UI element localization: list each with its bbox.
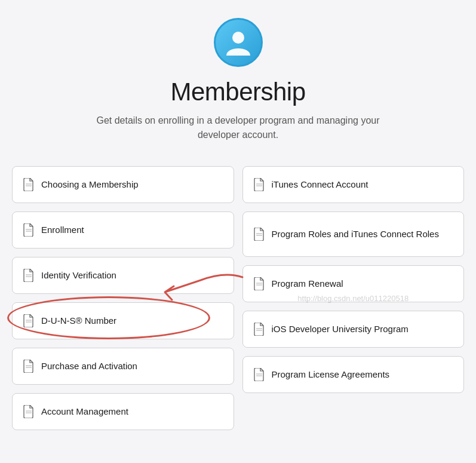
doc-icon: [23, 223, 34, 237]
card-program-license[interactable]: Program License Agreements: [242, 356, 465, 393]
right-column: http://blog.csdn.net/u011220518 iTunes C…: [242, 166, 465, 430]
card-label-choosing-membership: Choosing a Membership: [41, 179, 139, 191]
doc-icon: [254, 368, 265, 381]
page-subtitle: Get details on enrolling in a developer …: [89, 114, 388, 142]
card-label-itunes-connect: iTunes Connect Account: [272, 179, 368, 191]
doc-icon: [254, 277, 265, 290]
program-renewal-wrapper: Program Renewal: [242, 265, 465, 302]
avatar-container: [214, 18, 263, 67]
page-title: Membership: [170, 78, 305, 106]
duns-wrapper: D-U-N-S® Number: [12, 302, 234, 339]
doc-icon: [23, 360, 34, 373]
card-account-management[interactable]: Account Management: [12, 393, 234, 430]
card-choosing-membership[interactable]: Choosing a Membership: [12, 166, 234, 203]
card-identity-verification[interactable]: Identity Verification: [12, 257, 234, 294]
card-ios-developer-university[interactable]: iOS Developer University Program: [242, 311, 465, 348]
card-label-account-management: Account Management: [41, 406, 128, 418]
doc-icon: [23, 269, 34, 282]
avatar-icon: [222, 26, 255, 59]
doc-icon: [254, 323, 265, 336]
card-label-purchase-activation: Purchase and Activation: [41, 360, 137, 372]
card-label-ios-developer-university: iOS Developer University Program: [272, 323, 409, 335]
page-container: Membership Get details on enrolling in a…: [0, 0, 476, 454]
avatar: [214, 18, 263, 67]
card-label-program-renewal: Program Renewal: [272, 278, 343, 290]
card-label-program-roles: Program Roles and iTunes Connect Roles: [272, 228, 439, 240]
card-duns-number[interactable]: D-U-N-S® Number: [12, 302, 234, 339]
card-program-renewal[interactable]: Program Renewal: [242, 265, 465, 302]
card-label-identity-verification: Identity Verification: [41, 269, 116, 281]
card-itunes-connect[interactable]: iTunes Connect Account: [242, 166, 465, 203]
card-enrollment[interactable]: Enrollment: [12, 211, 234, 249]
card-label-program-license: Program License Agreements: [272, 369, 390, 381]
card-program-roles[interactable]: Program Roles and iTunes Connect Roles: [242, 211, 465, 257]
doc-icon: [254, 228, 265, 241]
doc-icon: [254, 178, 265, 191]
svg-point-0: [232, 32, 244, 44]
left-column: Choosing a Membership Enrollment: [12, 166, 234, 430]
card-label-duns-number: D-U-N-S® Number: [41, 315, 116, 327]
doc-icon: [23, 405, 34, 418]
card-label-enrollment: Enrollment: [41, 224, 84, 236]
card-purchase-activation[interactable]: Purchase and Activation: [12, 348, 234, 385]
doc-icon: [23, 178, 34, 191]
doc-icon: [23, 314, 34, 327]
